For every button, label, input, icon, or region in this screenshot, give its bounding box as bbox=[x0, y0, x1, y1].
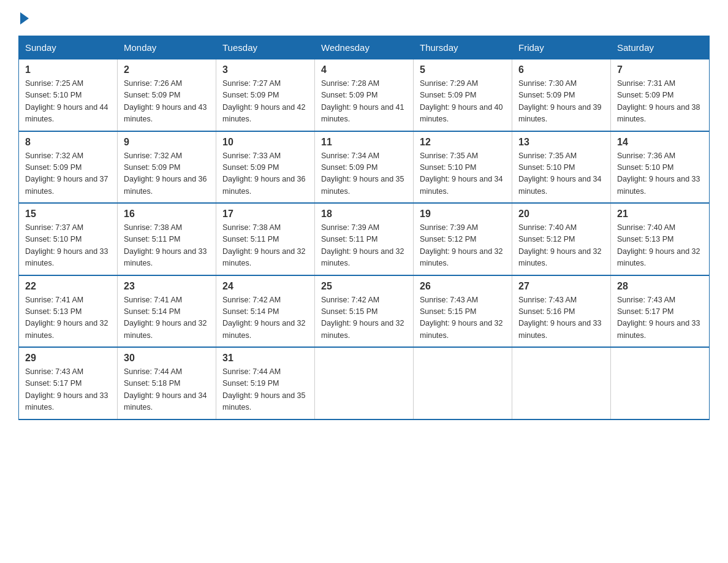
weekday-header-monday: Monday bbox=[118, 36, 216, 59]
weekday-header-sunday: Sunday bbox=[19, 36, 118, 59]
day-info: Sunrise: 7:29 AMSunset: 5:09 PMDaylight:… bbox=[420, 79, 503, 123]
day-info: Sunrise: 7:35 AMSunset: 5:10 PMDaylight:… bbox=[518, 151, 602, 196]
day-number: 27 bbox=[518, 281, 604, 292]
day-number: 17 bbox=[222, 209, 308, 220]
day-info: Sunrise: 7:43 AMSunset: 5:15 PMDaylight:… bbox=[420, 296, 503, 340]
day-cell: 17 Sunrise: 7:38 AMSunset: 5:11 PMDaylig… bbox=[216, 203, 315, 275]
day-cell bbox=[512, 347, 611, 419]
day-cell: 23 Sunrise: 7:41 AMSunset: 5:14 PMDaylig… bbox=[118, 275, 216, 348]
day-info: Sunrise: 7:38 AMSunset: 5:11 PMDaylight:… bbox=[222, 223, 306, 267]
week-row-1: 1 Sunrise: 7:25 AMSunset: 5:10 PMDayligh… bbox=[19, 59, 710, 131]
day-number: 3 bbox=[222, 64, 308, 75]
week-row-5: 29 Sunrise: 7:43 AMSunset: 5:17 PMDaylig… bbox=[19, 347, 710, 419]
day-info: Sunrise: 7:43 AMSunset: 5:17 PMDaylight:… bbox=[617, 296, 700, 340]
week-row-4: 22 Sunrise: 7:41 AMSunset: 5:13 PMDaylig… bbox=[19, 275, 710, 348]
day-cell: 21 Sunrise: 7:40 AMSunset: 5:13 PMDaylig… bbox=[611, 203, 710, 275]
day-cell: 18 Sunrise: 7:39 AMSunset: 5:11 PMDaylig… bbox=[315, 203, 414, 275]
day-info: Sunrise: 7:40 AMSunset: 5:13 PMDaylight:… bbox=[617, 223, 700, 267]
day-number: 7 bbox=[617, 64, 703, 75]
day-cell: 15 Sunrise: 7:37 AMSunset: 5:10 PMDaylig… bbox=[19, 203, 118, 275]
day-number: 10 bbox=[222, 137, 308, 148]
day-cell: 12 Sunrise: 7:35 AMSunset: 5:10 PMDaylig… bbox=[414, 131, 512, 204]
day-cell: 14 Sunrise: 7:36 AMSunset: 5:10 PMDaylig… bbox=[611, 131, 710, 204]
day-cell: 24 Sunrise: 7:42 AMSunset: 5:14 PMDaylig… bbox=[216, 275, 315, 348]
day-number: 25 bbox=[321, 281, 407, 292]
day-cell bbox=[611, 347, 710, 419]
day-info: Sunrise: 7:26 AMSunset: 5:09 PMDaylight:… bbox=[124, 79, 207, 123]
day-cell: 27 Sunrise: 7:43 AMSunset: 5:16 PMDaylig… bbox=[512, 275, 611, 348]
day-number: 20 bbox=[518, 209, 604, 220]
day-cell: 3 Sunrise: 7:27 AMSunset: 5:09 PMDayligh… bbox=[216, 59, 315, 131]
day-info: Sunrise: 7:37 AMSunset: 5:10 PMDaylight:… bbox=[25, 223, 108, 267]
day-cell bbox=[315, 347, 414, 419]
day-info: Sunrise: 7:32 AMSunset: 5:09 PMDaylight:… bbox=[25, 151, 108, 196]
weekday-header-friday: Friday bbox=[512, 36, 611, 59]
day-cell: 6 Sunrise: 7:30 AMSunset: 5:09 PMDayligh… bbox=[512, 59, 611, 131]
day-info: Sunrise: 7:32 AMSunset: 5:09 PMDaylight:… bbox=[124, 151, 207, 196]
day-cell: 25 Sunrise: 7:42 AMSunset: 5:15 PMDaylig… bbox=[315, 275, 414, 348]
day-cell: 5 Sunrise: 7:29 AMSunset: 5:09 PMDayligh… bbox=[414, 59, 512, 131]
day-cell: 10 Sunrise: 7:33 AMSunset: 5:09 PMDaylig… bbox=[216, 131, 315, 204]
day-number: 16 bbox=[124, 209, 210, 220]
day-cell: 26 Sunrise: 7:43 AMSunset: 5:15 PMDaylig… bbox=[414, 275, 512, 348]
day-number: 11 bbox=[321, 137, 407, 148]
day-cell: 16 Sunrise: 7:38 AMSunset: 5:11 PMDaylig… bbox=[118, 203, 216, 275]
calendar-table: SundayMondayTuesdayWednesdayThursdayFrid… bbox=[18, 36, 710, 420]
weekday-header-wednesday: Wednesday bbox=[315, 36, 414, 59]
day-info: Sunrise: 7:40 AMSunset: 5:12 PMDaylight:… bbox=[518, 223, 602, 267]
day-cell: 4 Sunrise: 7:28 AMSunset: 5:09 PMDayligh… bbox=[315, 59, 414, 131]
day-info: Sunrise: 7:43 AMSunset: 5:17 PMDaylight:… bbox=[25, 367, 108, 412]
day-number: 6 bbox=[518, 64, 604, 75]
day-info: Sunrise: 7:44 AMSunset: 5:18 PMDaylight:… bbox=[124, 367, 207, 412]
day-cell: 28 Sunrise: 7:43 AMSunset: 5:17 PMDaylig… bbox=[611, 275, 710, 348]
day-number: 13 bbox=[518, 137, 604, 148]
day-info: Sunrise: 7:33 AMSunset: 5:09 PMDaylight:… bbox=[222, 151, 306, 196]
day-cell: 9 Sunrise: 7:32 AMSunset: 5:09 PMDayligh… bbox=[118, 131, 216, 204]
logo-arrow-icon bbox=[20, 12, 29, 25]
day-number: 14 bbox=[617, 137, 703, 148]
day-info: Sunrise: 7:30 AMSunset: 5:09 PMDaylight:… bbox=[518, 79, 602, 123]
day-number: 19 bbox=[420, 209, 506, 220]
weekday-header-saturday: Saturday bbox=[611, 36, 710, 59]
day-info: Sunrise: 7:41 AMSunset: 5:13 PMDaylight:… bbox=[25, 296, 108, 340]
day-number: 5 bbox=[420, 64, 506, 75]
day-info: Sunrise: 7:28 AMSunset: 5:09 PMDaylight:… bbox=[321, 79, 404, 123]
day-info: Sunrise: 7:35 AMSunset: 5:10 PMDaylight:… bbox=[420, 151, 503, 196]
day-number: 30 bbox=[124, 353, 210, 364]
day-cell bbox=[414, 347, 512, 419]
day-cell: 7 Sunrise: 7:31 AMSunset: 5:09 PMDayligh… bbox=[611, 59, 710, 131]
day-number: 26 bbox=[420, 281, 506, 292]
day-cell: 29 Sunrise: 7:43 AMSunset: 5:17 PMDaylig… bbox=[19, 347, 118, 419]
day-info: Sunrise: 7:31 AMSunset: 5:09 PMDaylight:… bbox=[617, 79, 700, 123]
day-number: 4 bbox=[321, 64, 407, 75]
day-number: 29 bbox=[25, 353, 111, 364]
day-info: Sunrise: 7:41 AMSunset: 5:14 PMDaylight:… bbox=[124, 296, 207, 340]
day-cell: 8 Sunrise: 7:32 AMSunset: 5:09 PMDayligh… bbox=[19, 131, 118, 204]
day-info: Sunrise: 7:39 AMSunset: 5:11 PMDaylight:… bbox=[321, 223, 404, 267]
page-header bbox=[18, 12, 710, 25]
day-cell: 20 Sunrise: 7:40 AMSunset: 5:12 PMDaylig… bbox=[512, 203, 611, 275]
day-number: 15 bbox=[25, 209, 111, 220]
logo bbox=[18, 12, 29, 25]
day-number: 2 bbox=[124, 64, 210, 75]
day-cell: 13 Sunrise: 7:35 AMSunset: 5:10 PMDaylig… bbox=[512, 131, 611, 204]
day-cell: 11 Sunrise: 7:34 AMSunset: 5:09 PMDaylig… bbox=[315, 131, 414, 204]
weekday-header-row: SundayMondayTuesdayWednesdayThursdayFrid… bbox=[19, 36, 710, 59]
weekday-header-tuesday: Tuesday bbox=[216, 36, 315, 59]
day-info: Sunrise: 7:27 AMSunset: 5:09 PMDaylight:… bbox=[222, 79, 306, 123]
day-number: 21 bbox=[617, 209, 703, 220]
day-cell: 2 Sunrise: 7:26 AMSunset: 5:09 PMDayligh… bbox=[118, 59, 216, 131]
day-number: 28 bbox=[617, 281, 703, 292]
day-number: 9 bbox=[124, 137, 210, 148]
day-info: Sunrise: 7:34 AMSunset: 5:09 PMDaylight:… bbox=[321, 151, 404, 196]
day-info: Sunrise: 7:42 AMSunset: 5:14 PMDaylight:… bbox=[222, 296, 306, 340]
week-row-2: 8 Sunrise: 7:32 AMSunset: 5:09 PMDayligh… bbox=[19, 131, 710, 204]
day-number: 18 bbox=[321, 209, 407, 220]
day-cell: 1 Sunrise: 7:25 AMSunset: 5:10 PMDayligh… bbox=[19, 59, 118, 131]
day-info: Sunrise: 7:38 AMSunset: 5:11 PMDaylight:… bbox=[124, 223, 207, 267]
day-cell: 19 Sunrise: 7:39 AMSunset: 5:12 PMDaylig… bbox=[414, 203, 512, 275]
day-info: Sunrise: 7:42 AMSunset: 5:15 PMDaylight:… bbox=[321, 296, 404, 340]
day-number: 24 bbox=[222, 281, 308, 292]
day-number: 22 bbox=[25, 281, 111, 292]
day-number: 31 bbox=[222, 353, 308, 364]
